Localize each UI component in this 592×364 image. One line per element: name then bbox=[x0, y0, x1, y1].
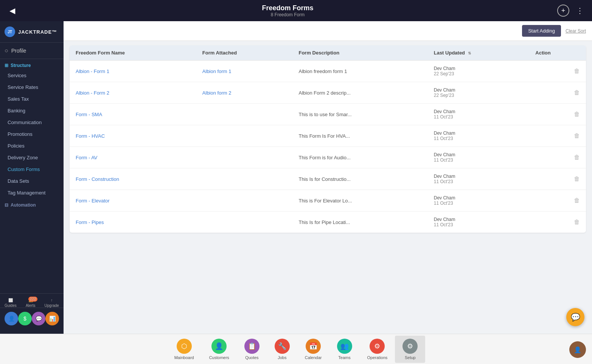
table-body: Albion - Form 1Albion form 1Albion freed… bbox=[70, 61, 586, 233]
logo-icon: JT bbox=[5, 26, 15, 37]
footer-chat-icon[interactable]: 💬 bbox=[32, 312, 45, 325]
add-button[interactable]: + bbox=[557, 5, 569, 17]
form-action-cell: 🗑 bbox=[529, 82, 586, 104]
content-area: Start Adding Clear Sort Freedom Form Nam… bbox=[64, 21, 592, 334]
form-name-link[interactable]: Albion - Form 2 bbox=[76, 90, 109, 96]
delete-form-button[interactable]: 🗑 bbox=[574, 197, 580, 204]
updated-date: 11 Oct'23 bbox=[434, 136, 524, 141]
footer-user-icon[interactable]: 👤 bbox=[5, 312, 18, 325]
nav-setup[interactable]: ⚙ Setup bbox=[395, 336, 425, 363]
form-name-link[interactable]: Form - Elevator bbox=[76, 198, 110, 204]
table-row: Albion - Form 2Albion form 2Albion Form … bbox=[70, 82, 586, 104]
form-description: Albion Form 2 descrip... bbox=[298, 90, 350, 96]
form-description: This is For Elevator Lo... bbox=[298, 198, 352, 204]
nav-operations[interactable]: ⚙ Operations bbox=[360, 336, 395, 363]
nav-mainboard[interactable]: ⬡ Mainboard bbox=[167, 336, 202, 363]
clear-sort-link[interactable]: Clear Sort bbox=[566, 28, 586, 34]
calendar-label: Calendar bbox=[305, 355, 322, 360]
sidebar-item-policies[interactable]: Policies bbox=[0, 140, 64, 152]
form-attached-cell bbox=[196, 125, 293, 147]
updated-date: 22 Sep'23 bbox=[434, 93, 524, 98]
upgrade-button[interactable]: ↑ Upgrade bbox=[45, 298, 59, 308]
delete-form-button[interactable]: 🗑 bbox=[574, 219, 580, 226]
nav-customers[interactable]: 👤 Customers bbox=[202, 336, 237, 363]
customers-icon: 👤 bbox=[211, 339, 227, 354]
form-name-link[interactable]: Albion - Form 1 bbox=[76, 68, 109, 74]
sidebar-structure-header[interactable]: ⊞ Structure bbox=[0, 59, 64, 70]
sidebar-item-delivery-zone[interactable]: Delivery Zone bbox=[0, 152, 64, 163]
form-action-cell: 🗑 bbox=[529, 190, 586, 212]
form-name-link[interactable]: Form - Pipes bbox=[76, 219, 104, 225]
delete-form-button[interactable]: 🗑 bbox=[574, 111, 580, 118]
updated-user: Dev Cham bbox=[434, 66, 524, 71]
form-desc-cell: This Form Is For HVA... bbox=[292, 125, 427, 147]
delete-form-button[interactable]: 🗑 bbox=[574, 176, 580, 182]
form-name-link[interactable]: Form - Construction bbox=[76, 176, 119, 182]
operations-icon: ⚙ bbox=[370, 339, 385, 354]
form-name-cell: Form - HVAC bbox=[70, 125, 196, 147]
nav-quotes[interactable]: 📋 Quotes bbox=[237, 336, 267, 363]
sidebar-item-data-sets[interactable]: Data Sets bbox=[0, 175, 64, 187]
form-updated-cell: Dev Cham11 Oct'23 bbox=[428, 190, 530, 212]
form-attached-link[interactable]: Albion form 2 bbox=[202, 90, 232, 96]
sort-icon: ⇅ bbox=[468, 51, 471, 55]
sidebar-item-services[interactable]: Services bbox=[0, 70, 64, 81]
updated-user: Dev Cham bbox=[434, 131, 524, 136]
sidebar-item-service-rates[interactable]: Service Rates bbox=[0, 81, 64, 93]
col-header-attached: Form Attached bbox=[196, 45, 293, 61]
delete-form-button[interactable]: 🗑 bbox=[574, 89, 580, 96]
sidebar-footer-icons: 👤 $ 💬 📊 bbox=[0, 308, 64, 329]
guides-label: Guides bbox=[5, 303, 17, 308]
updated-user: Dev Cham bbox=[434, 174, 524, 179]
table-row: Form - PipesThis Is for Pipe Locati...De… bbox=[70, 212, 586, 233]
form-name-link[interactable]: Form - SMA bbox=[76, 112, 102, 117]
delete-form-button[interactable]: 🗑 bbox=[574, 68, 580, 75]
form-description: This is to use for Smar... bbox=[298, 112, 351, 117]
top-bar-right: + ⋮ bbox=[557, 5, 586, 17]
sidebar-bottom-items: ⬜ Guides 🔔 222 Alerts ↑ Upgrade bbox=[0, 298, 64, 308]
form-name-link[interactable]: Form - HVAC bbox=[76, 133, 105, 139]
back-button[interactable]: ◀ bbox=[6, 5, 18, 17]
sidebar: JT JACKTRADE™ ○ Profile ⊞ Structure Serv… bbox=[0, 21, 64, 334]
mainboard-label: Mainboard bbox=[174, 355, 194, 360]
upgrade-label: Upgrade bbox=[45, 303, 59, 308]
nav-jobs[interactable]: 🔧 Jobs bbox=[267, 336, 297, 363]
updated-date: 11 Oct'23 bbox=[434, 179, 524, 184]
guides-button[interactable]: ⬜ Guides bbox=[5, 298, 17, 308]
footer-dollar-icon[interactable]: $ bbox=[18, 312, 32, 325]
sidebar-bottom: ⬜ Guides 🔔 222 Alerts ↑ Upgrade 👤 bbox=[0, 293, 64, 334]
chat-widget[interactable]: 💬 bbox=[566, 308, 584, 326]
form-desc-cell: Albion Form 2 descrip... bbox=[292, 82, 427, 104]
structure-grid-icon: ⊞ bbox=[5, 63, 8, 68]
sidebar-automation-header[interactable]: ⊟ Automation bbox=[0, 199, 64, 209]
sidebar-item-communication[interactable]: Communication bbox=[0, 117, 64, 128]
start-adding-button[interactable]: Start Adding bbox=[522, 25, 561, 37]
form-desc-cell: This is For Elevator Lo... bbox=[292, 190, 427, 212]
form-updated-cell: Dev Cham11 Oct'23 bbox=[428, 212, 530, 233]
page-title: Freedom Forms bbox=[262, 4, 313, 12]
more-options-button[interactable]: ⋮ bbox=[574, 5, 586, 17]
nav-calendar[interactable]: 📅 Calendar bbox=[297, 336, 329, 363]
form-action-cell: 🗑 bbox=[529, 104, 586, 125]
sidebar-item-promotions[interactable]: Promotions bbox=[0, 128, 64, 140]
form-description: This Form is for Audio... bbox=[298, 155, 350, 160]
sidebar-item-custom-forms[interactable]: Custom Forms bbox=[0, 163, 64, 175]
form-attached-cell: Albion form 1 bbox=[196, 61, 293, 82]
sidebar-item-sales-tax[interactable]: Sales Tax bbox=[0, 93, 64, 105]
col-header-name: Freedom Form Name bbox=[70, 45, 196, 61]
nav-teams[interactable]: 👥 Teams bbox=[329, 336, 360, 363]
sidebar-profile[interactable]: ○ Profile bbox=[0, 43, 64, 59]
sidebar-item-tag-management[interactable]: Tag Management bbox=[0, 187, 64, 199]
form-description: This Is for Pipe Locati... bbox=[298, 219, 350, 225]
col-header-updated[interactable]: Last Updated ⇅ bbox=[428, 45, 530, 61]
delete-form-button[interactable]: 🗑 bbox=[574, 154, 580, 161]
form-attached-link[interactable]: Albion form 1 bbox=[202, 68, 232, 74]
user-avatar[interactable]: 👤 bbox=[569, 341, 586, 358]
footer-stats-icon[interactable]: 📊 bbox=[45, 312, 59, 325]
delete-form-button[interactable]: 🗑 bbox=[574, 132, 580, 139]
alerts-button[interactable]: 🔔 222 Alerts bbox=[26, 298, 36, 308]
form-attached-cell bbox=[196, 168, 293, 190]
logo-text: JACKTRADE™ bbox=[18, 29, 57, 35]
form-name-link[interactable]: Form - AV bbox=[76, 155, 98, 160]
sidebar-item-banking[interactable]: Banking bbox=[0, 105, 64, 117]
